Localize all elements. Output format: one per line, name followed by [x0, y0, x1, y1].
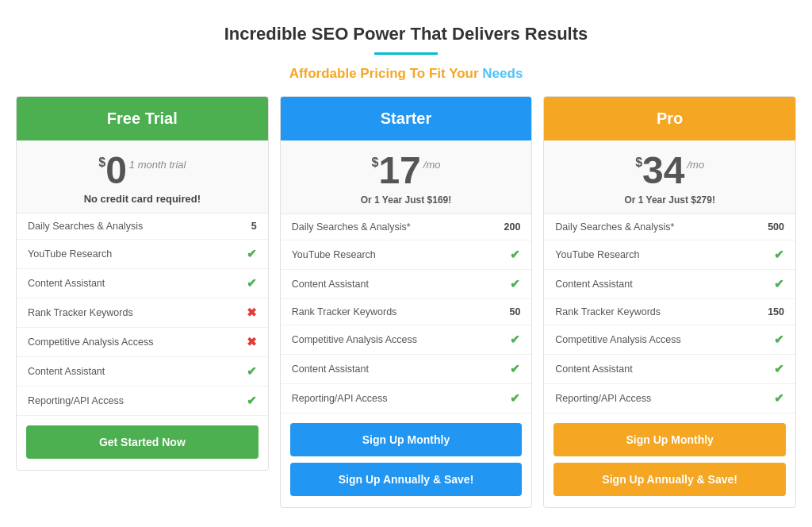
plan-button-starter-0[interactable]: Sign Up Monthly — [290, 423, 523, 456]
feature-row: Content Assistant✔ — [544, 270, 795, 299]
feature-row: YouTube Research✔ — [17, 240, 268, 269]
feature-row: Content Assistant✔ — [544, 355, 795, 384]
features-list-starter: Daily Searches & Analysis*200YouTube Res… — [281, 214, 532, 414]
feature-label: Content Assistant — [555, 279, 765, 290]
plan-header-pro: Pro — [544, 97, 795, 140]
plan-card-free: Free Trial$01 month trialNo credit card … — [16, 96, 269, 471]
feature-label: Rank Tracker Keywords — [28, 307, 238, 318]
no-credit-free: No credit card required! — [25, 193, 260, 205]
feature-value: ✔ — [765, 362, 784, 376]
feature-value: ✔ — [238, 364, 257, 379]
features-list-free: Daily Searches & Analysis5YouTube Resear… — [17, 213, 268, 416]
plan-header-free: Free Trial — [17, 97, 268, 140]
feature-value: ✔ — [238, 276, 257, 290]
feature-row: Content Assistant✔ — [17, 269, 268, 298]
price-row-free: $01 month trial — [25, 152, 260, 190]
feature-label: Reporting/API Access — [28, 395, 238, 406]
plan-button-free-0[interactable]: Get Started Now — [26, 425, 259, 459]
plan-footer-pro: Sign Up MonthlySign Up Annually & Save! — [544, 414, 795, 507]
feature-value: ✖ — [238, 306, 257, 320]
feature-row: YouTube Research✔ — [281, 240, 532, 270]
price-dollar-pro: $ — [635, 156, 642, 169]
price-suffix-free: 1 month trial — [129, 160, 186, 170]
price-yearly-pro: Or 1 Year Just $279! — [552, 194, 787, 206]
feature-label: YouTube Research — [28, 248, 238, 260]
feature-label: Competitive Analysis Access — [555, 334, 765, 345]
price-yearly-starter: Or 1 Year Just $169! — [289, 194, 524, 206]
feature-row: Rank Tracker Keywords150 — [544, 299, 795, 325]
feature-value: ✔ — [238, 394, 257, 408]
feature-label: Content Assistant — [28, 278, 238, 289]
feature-row: Reporting/API Access✔ — [17, 387, 268, 416]
feature-label: Daily Searches & Analysis* — [555, 221, 765, 233]
price-amount-starter: 17 — [378, 152, 420, 190]
feature-label: Rank Tracker Keywords — [292, 306, 502, 317]
plan-card-pro: Pro$34/moOr 1 Year Just $279!Daily Searc… — [543, 96, 796, 508]
plan-footer-free: Get Started Now — [17, 416, 268, 470]
feature-row: Content Assistant✔ — [281, 270, 532, 299]
feature-label: Reporting/API Access — [292, 393, 502, 404]
feature-value: ✔ — [501, 391, 520, 406]
feature-value: 500 — [765, 221, 784, 233]
price-amount-pro: 34 — [642, 152, 684, 190]
feature-label: Rank Tracker Keywords — [555, 306, 765, 317]
feature-label: Daily Searches & Analysis* — [292, 221, 502, 233]
plan-price-section-free: $01 month trialNo credit card required! — [17, 140, 268, 213]
plan-price-section-starter: $17/moOr 1 Year Just $169! — [281, 140, 532, 214]
feature-row: Content Assistant✔ — [17, 357, 268, 387]
subtitle: Affordable Pricing To Fit Your Needs — [16, 66, 796, 82]
plan-price-section-pro: $34/moOr 1 Year Just $279! — [544, 140, 795, 214]
price-suffix-pro: /mo — [687, 160, 704, 170]
feature-value: ✔ — [501, 333, 520, 347]
feature-value: ✔ — [238, 247, 257, 261]
subtitle-blue: Needs — [482, 66, 523, 81]
feature-label: Content Assistant — [292, 279, 502, 290]
feature-row: Reporting/API Access✔ — [544, 384, 795, 414]
feature-row: Daily Searches & Analysis*500 — [544, 214, 795, 240]
feature-row: Competitive Analysis Access✔ — [544, 325, 795, 355]
feature-row: Competitive Analysis Access✖ — [17, 328, 268, 357]
feature-value: 200 — [501, 221, 520, 233]
feature-value: 150 — [765, 306, 784, 317]
feature-value: ✔ — [501, 277, 520, 291]
feature-value: ✔ — [765, 277, 784, 291]
feature-value: 50 — [501, 306, 520, 317]
feature-value: ✔ — [501, 362, 520, 376]
feature-label: YouTube Research — [555, 249, 765, 260]
plan-header-starter: Starter — [281, 97, 532, 140]
feature-row: Rank Tracker Keywords50 — [281, 299, 532, 325]
feature-value: 5 — [238, 221, 257, 232]
plan-button-pro-0[interactable]: Sign Up Monthly — [553, 423, 786, 456]
price-row-starter: $17/mo — [289, 152, 524, 190]
plan-button-starter-1[interactable]: Sign Up Annually & Save! — [290, 463, 523, 496]
feature-label: Competitive Analysis Access — [28, 337, 238, 348]
plan-button-pro-1[interactable]: Sign Up Annually & Save! — [553, 463, 786, 496]
price-row-pro: $34/mo — [552, 152, 787, 190]
feature-value: ✔ — [501, 248, 520, 262]
feature-label: Content Assistant — [555, 364, 765, 375]
plan-footer-starter: Sign Up MonthlySign Up Annually & Save! — [281, 414, 532, 507]
feature-label: YouTube Research — [292, 249, 502, 260]
feature-value: ✔ — [765, 391, 784, 406]
feature-value: ✔ — [765, 333, 784, 347]
price-dollar-starter: $ — [372, 156, 379, 169]
feature-row: Daily Searches & Analysis*200 — [281, 214, 532, 240]
subtitle-orange: Affordable Pricing To Fit Your — [289, 66, 479, 81]
price-amount-free: 0 — [105, 152, 127, 190]
feature-row: YouTube Research✔ — [544, 240, 795, 270]
title-underline — [374, 52, 438, 55]
feature-value: ✖ — [238, 335, 257, 349]
plan-card-starter: Starter$17/moOr 1 Year Just $169!Daily S… — [280, 96, 533, 508]
feature-label: Content Assistant — [28, 366, 238, 377]
feature-label: Content Assistant — [292, 364, 502, 375]
feature-label: Daily Searches & Analysis — [28, 221, 238, 232]
feature-row: Rank Tracker Keywords✖ — [17, 298, 268, 328]
price-dollar-free: $ — [98, 156, 105, 169]
page-wrapper: Incredible SEO Power That Delivers Resul… — [0, 0, 812, 527]
plans-container: Free Trial$01 month trialNo credit card … — [16, 96, 796, 508]
feature-row: Content Assistant✔ — [281, 355, 532, 384]
feature-label: Competitive Analysis Access — [292, 334, 502, 345]
features-list-pro: Daily Searches & Analysis*500YouTube Res… — [544, 214, 795, 414]
feature-label: Reporting/API Access — [555, 393, 765, 404]
feature-row: Daily Searches & Analysis5 — [17, 213, 268, 240]
